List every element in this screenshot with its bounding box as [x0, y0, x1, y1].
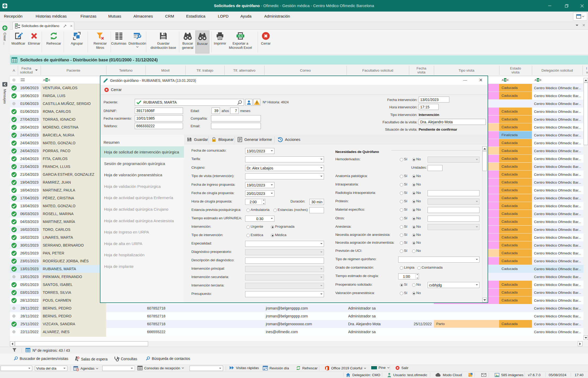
- radio-button[interactable]: [412, 249, 416, 253]
- column-separator[interactable]: [18, 66, 18, 75]
- tipo-visita-combo[interactable]: [245, 173, 324, 179]
- search-icon-wrap[interactable]: [237, 100, 242, 106]
- column-separator[interactable]: [499, 66, 499, 75]
- column-separator[interactable]: [347, 66, 347, 75]
- shortcut-3[interactable]: Búsqueda de contactos: [146, 356, 190, 361]
- column-separator[interactable]: [224, 66, 225, 75]
- dialog-nav-item-5[interactable]: Hoja de actividad quirúrgica Cirujano: [100, 204, 184, 215]
- radio-button[interactable]: [400, 175, 403, 178]
- radio-button[interactable]: [246, 234, 250, 237]
- radio-button[interactable]: [412, 217, 416, 220]
- radio-button[interactable]: [412, 200, 416, 203]
- tab-pin-icon[interactable]: [63, 24, 67, 28]
- menu-item-3[interactable]: Mutuas: [108, 14, 121, 18]
- bloquear-action[interactable]: Bloquear: [212, 135, 234, 144]
- otros-input[interactable]: [428, 216, 479, 222]
- dialog-nav-item-4[interactable]: Hoja de actividad quirúrgica Enfermería: [100, 192, 184, 203]
- tiempo-cirugia-spinner[interactable]: 1:00: [398, 273, 419, 279]
- dialog-nav-item-10[interactable]: Hoja de implante: [100, 261, 184, 272]
- intervencion-principal-combo[interactable]: [245, 266, 324, 272]
- table-row[interactable]: 28/11/2022BERNIS, PEDRO607852718jroman@b…: [10, 312, 588, 320]
- radio-button[interactable]: [400, 200, 403, 203]
- imprimir-button[interactable]: Imprimir: [212, 30, 228, 54]
- column-separator[interactable]: [434, 66, 434, 75]
- column-header[interactable]: Paciente: [41, 65, 106, 76]
- dialog-scrollbar[interactable]: [482, 146, 487, 302]
- cirujano-combo[interactable]: Dr. Alex Labajos: [245, 165, 324, 171]
- facultativo-input[interactable]: Dra. Alejandro Mota: [419, 119, 486, 125]
- radio-button[interactable]: [412, 183, 416, 187]
- table-row[interactable]: 25/11/2022VIZCAYA, SANDRA607852718jroman…: [10, 320, 588, 328]
- radio-button[interactable]: [271, 234, 274, 237]
- column-header[interactable]: Móvil: [145, 65, 185, 76]
- shortcut-2[interactable]: Consultas: [114, 356, 137, 361]
- filter-icon-wrap[interactable]: [12, 348, 17, 353]
- radio-button[interactable]: [400, 158, 403, 161]
- menu-item-0[interactable]: Recepción: [4, 14, 23, 18]
- dialog-nav-item-3[interactable]: Hoja de validación Prequirúrgica: [100, 181, 184, 192]
- meses-input[interactable]: 7: [230, 108, 239, 114]
- radio-button[interactable]: [412, 158, 416, 161]
- bottom-combo-2[interactable]: [102, 366, 135, 371]
- dialog-nav-item-0[interactable]: Hoja de solicitud de intervención quirúr…: [100, 146, 184, 158]
- scroll-down-button[interactable]: [584, 336, 588, 340]
- mensajes-button[interactable]: [2, 82, 8, 88]
- protesis-combo[interactable]: [428, 199, 479, 205]
- radio-button[interactable]: [400, 283, 403, 287]
- minimize-button[interactable]: [544, 0, 556, 12]
- eliminar-button[interactable]: Eliminar: [27, 30, 41, 54]
- tab-list-dropdown-icon[interactable]: [576, 25, 578, 26]
- status-note-icon[interactable]: [468, 372, 473, 378]
- buscar-button[interactable]: Buscar: [195, 30, 209, 54]
- diagnostico-combo[interactable]: [245, 249, 324, 255]
- horizontal-scroll-thumb[interactable]: [15, 341, 148, 346]
- status-mail-icon[interactable]: [481, 372, 486, 378]
- radio-button[interactable]: [400, 241, 403, 245]
- radio-button[interactable]: [417, 266, 421, 270]
- filter-dot-icon[interactable]: [12, 78, 15, 82]
- modificar-button[interactable]: Modificar: [10, 30, 26, 54]
- radio-button[interactable]: [400, 208, 403, 212]
- radio-button[interactable]: [412, 241, 416, 245]
- dni-input[interactable]: 39171606F: [135, 108, 183, 114]
- radio-button[interactable]: [400, 266, 403, 270]
- office-theme-button[interactable]: Office 2019 Colorful: [325, 366, 366, 371]
- column-header[interactable]: Estado visita: [499, 65, 532, 76]
- guardar-action[interactable]: Guardar: [187, 135, 208, 144]
- agendas-button[interactable]: Agendas: [73, 366, 98, 371]
- column-separator[interactable]: [582, 66, 583, 75]
- email-input[interactable]: [211, 123, 261, 129]
- dialog-scroll-up[interactable]: [482, 146, 487, 151]
- scroll-left-button[interactable]: [10, 341, 15, 346]
- tarifa-combo[interactable]: [245, 156, 324, 162]
- spinner-up-icon[interactable]: [263, 200, 265, 200]
- menu-item-9[interactable]: Administración: [264, 14, 290, 18]
- spinner-down-icon[interactable]: [417, 278, 418, 279]
- radio-button[interactable]: [400, 191, 403, 195]
- table-row[interactable]: 28/11/2022BERNIS, PEDRO607852718jroman@b…: [10, 304, 588, 312]
- scroll-up-button[interactable]: [584, 78, 588, 82]
- column-separator[interactable]: [532, 66, 532, 75]
- column-header[interactable]: Tipo visita: [434, 65, 499, 76]
- radio-button[interactable]: [412, 175, 416, 178]
- menu-item-7[interactable]: LOPD: [218, 14, 229, 18]
- dialog-nav-item-7[interactable]: Hoja de Ingreso en URPA: [100, 226, 184, 238]
- column-header[interactable]: Fecha visita: [409, 65, 434, 76]
- radio-button[interactable]: [412, 208, 416, 212]
- material-input[interactable]: [428, 207, 479, 213]
- presupuesto-combo[interactable]: [245, 291, 324, 297]
- fecha-cirugia-combo[interactable]: 20/01/2023: [245, 190, 274, 196]
- column-header[interactable]: Facultativo solicitud: [347, 65, 409, 76]
- table-row[interactable]: 22/11/2022ALVAREZ, INES666555222ines@ofi…: [10, 328, 588, 336]
- telefono-input[interactable]: 666333222: [135, 123, 183, 129]
- abc-filter-icon[interactable]: ABC: [535, 78, 542, 83]
- radio-button[interactable]: [412, 292, 416, 295]
- bottom-combo-0[interactable]: [1, 366, 32, 371]
- distribucion-button[interactable]: Distribución: [127, 30, 147, 54]
- descripcion-input[interactable]: [245, 258, 324, 264]
- guardar-distribucion-base-button[interactable]: Guardardistribución base: [148, 30, 179, 54]
- dialog-scroll-down[interactable]: [482, 298, 487, 302]
- dialog-scroll-thumb[interactable]: [482, 151, 487, 171]
- dialog-minimize-button[interactable]: —: [462, 78, 468, 83]
- duracion-input[interactable]: 30 min: [309, 199, 324, 205]
